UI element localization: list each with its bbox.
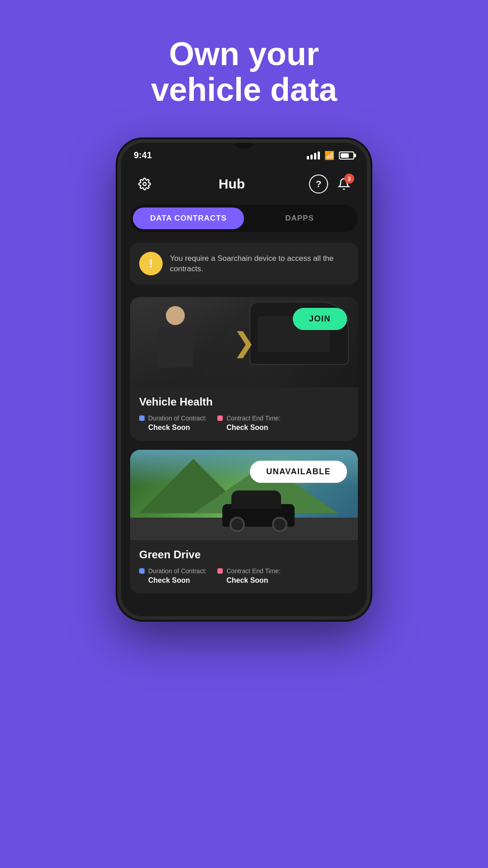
green-drive-info: Green Drive Duration of Contract: Check … <box>130 540 358 594</box>
wifi-icon: 📶 <box>324 151 334 160</box>
status-bar: 9:41 📶 <box>121 143 367 165</box>
vehicle-health-image: ❯ JOIN <box>130 297 358 387</box>
header-actions: ? 3 <box>309 175 353 193</box>
alert-message: You require a Soarchain device to access… <box>170 253 349 275</box>
svg-point-0 <box>143 183 146 186</box>
app-content: Hub ? 3 DATA CONTRACTS DAPPS ! You requi… <box>121 165 367 616</box>
gd-end-time-dot <box>217 568 223 574</box>
help-button[interactable]: ? <box>309 175 328 193</box>
app-header: Hub ? 3 <box>130 165 358 205</box>
vehicle-health-title: Vehicle Health <box>139 396 349 408</box>
signal-icon <box>307 151 320 160</box>
gd-duration-value: Check Soon <box>139 576 206 585</box>
green-drive-meta: Duration of Contract: Check Soon Contrac… <box>139 567 349 585</box>
join-button[interactable]: JOIN <box>293 308 347 330</box>
status-time: 9:41 <box>134 150 152 160</box>
gear-icon <box>138 178 151 190</box>
gd-duration-item: Duration of Contract: Check Soon <box>139 567 206 585</box>
tab-data-contracts[interactable]: DATA CONTRACTS <box>133 208 244 229</box>
unavailable-button[interactable]: UNAVAILABLE <box>250 461 347 483</box>
vehicle-health-meta: Duration of Contract: Check Soon Contrac… <box>139 415 349 432</box>
arrow-decoration: ❯ <box>233 326 255 358</box>
contract-card-green-drive: UNAVAILABLE Green Drive Duration of Cont… <box>130 450 358 594</box>
page-headline: Own your vehicle data <box>151 36 337 108</box>
end-time-label: Contract End Time: <box>217 415 281 422</box>
mechanic-figure <box>144 306 207 383</box>
green-drive-title: Green Drive <box>139 548 349 561</box>
green-drive-image: UNAVAILABLE <box>130 450 358 540</box>
duration-label: Duration of Contract: <box>139 415 206 422</box>
app-title: Hub <box>219 176 245 192</box>
warning-icon: ! <box>139 252 163 275</box>
gd-duration-dot <box>139 568 145 574</box>
duration-item: Duration of Contract: Check Soon <box>139 415 206 432</box>
gd-end-time-item: Contract End Time: Check Soon <box>217 567 281 585</box>
tabs-container: DATA CONTRACTS DAPPS <box>130 205 358 232</box>
contract-card-vehicle-health: ❯ JOIN Vehicle Health Duration of Contra… <box>130 297 358 441</box>
end-time-dot <box>217 415 223 421</box>
battery-icon <box>339 151 354 160</box>
vehicle-health-info: Vehicle Health Duration of Contract: Che… <box>130 387 358 441</box>
notifications-button[interactable]: 3 <box>334 175 353 193</box>
tab-dapps[interactable]: DAPPS <box>244 208 355 229</box>
status-icons: 📶 <box>307 151 354 160</box>
end-time-value: Check Soon <box>217 424 281 432</box>
gd-duration-label: Duration of Contract: <box>139 567 206 575</box>
car-silhouette <box>222 504 295 527</box>
duration-value: Check Soon <box>139 424 206 432</box>
notification-badge: 3 <box>344 174 354 184</box>
settings-button[interactable] <box>135 174 155 194</box>
phone-mockup: 9:41 📶 Hub ? <box>117 139 371 620</box>
alert-box: ! You require a Soarchain device to acce… <box>130 243 358 284</box>
duration-dot <box>139 415 145 421</box>
gd-end-time-value: Check Soon <box>217 576 281 585</box>
end-time-item: Contract End Time: Check Soon <box>217 415 281 432</box>
notch <box>235 143 253 148</box>
gd-end-time-label: Contract End Time: <box>217 567 281 575</box>
